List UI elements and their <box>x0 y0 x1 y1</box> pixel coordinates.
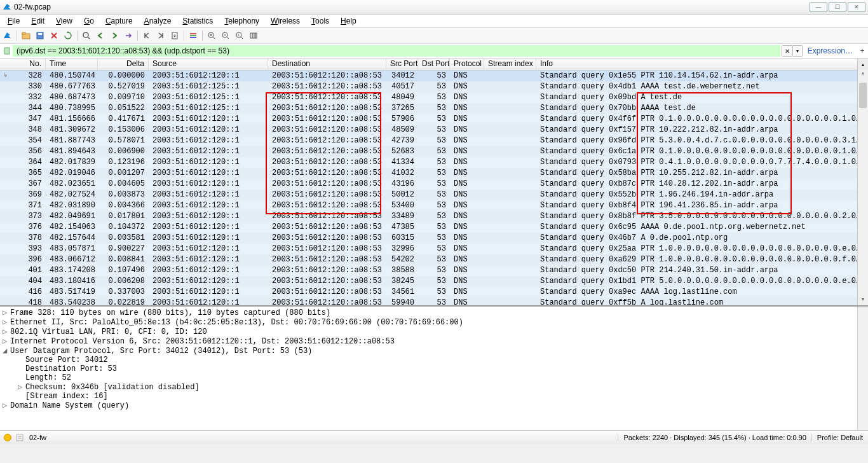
col-header-time[interactable]: Time <box>46 59 98 70</box>
col-header-dest[interactable]: Destination <box>268 59 386 70</box>
tree-node[interactable]: ▷802.1Q Virtual LAN, PRI: 0, CFI: 0, ID:… <box>3 327 865 336</box>
packet-row[interactable]: 378482.1576440.0035812003:51:6012:120::1… <box>0 233 868 244</box>
packet-row[interactable]: 328480.1507440.0000002003:51:6012:120::1… <box>0 71 868 81</box>
go-to-packet-icon[interactable] <box>122 29 135 42</box>
menu-help[interactable]: Help <box>336 16 362 26</box>
tree-node[interactable]: ▷Domain Name System (query) <box>3 401 865 410</box>
packet-row[interactable]: 369482.0275240.0038732003:51:6012:120::1… <box>0 190 868 200</box>
cell: 376 <box>0 222 46 233</box>
packet-row[interactable]: 365482.0190460.0012072003:51:6012:120::1… <box>0 168 868 179</box>
menu-go[interactable]: Go <box>79 16 99 26</box>
tree-node[interactable]: [Stream index: 16] <box>3 392 865 401</box>
menu-analyze[interactable]: Analyze <box>139 16 177 26</box>
add-filter-button[interactable]: + <box>858 46 867 55</box>
filter-history-dropdown[interactable]: ▾ <box>793 45 803 57</box>
cell: 53 <box>418 265 450 276</box>
zoom-reset-icon[interactable]: 1 <box>233 29 246 42</box>
tree-collapsed-icon[interactable]: ▷ <box>3 317 10 327</box>
scroll-down-arrow-icon[interactable]: ▾ <box>858 296 868 305</box>
tree-expanded-icon[interactable]: ◢ <box>3 346 10 356</box>
tree-collapsed-icon[interactable]: ▷ <box>3 401 10 410</box>
tree-collapsed-icon[interactable]: ▷ <box>18 382 25 392</box>
zoom-in-icon[interactable] <box>205 29 218 42</box>
go-forward-icon[interactable] <box>108 29 121 42</box>
packet-row[interactable]: 393483.0578710.9002272003:51:6012:120::1… <box>0 244 868 254</box>
col-header-info[interactable]: Info <box>536 59 868 70</box>
col-header-srcport[interactable]: Src Port <box>386 59 418 70</box>
tree-collapsed-icon[interactable]: ▷ <box>3 327 10 336</box>
scroll-up-arrow-icon[interactable]: ▴ <box>858 70 868 79</box>
packet-row[interactable]: 348481.3096720.1530062003:51:6012:120::1… <box>0 125 868 135</box>
go-last-icon[interactable] <box>154 29 167 42</box>
tree-node[interactable]: ◢User Datagram Protocol, Src Port: 34012… <box>3 346 865 356</box>
packet-row[interactable]: 332480.6874730.0097102003:51:6012:125::1… <box>0 92 868 103</box>
tree-node[interactable]: ▷Frame 328: 110 bytes on wire (880 bits)… <box>3 308 865 317</box>
packet-row[interactable]: 416483.5174190.3370032003:51:6012:120::1… <box>0 287 868 298</box>
tree-node[interactable]: ▷Checksum: 0x346b [validation disabled] <box>3 382 865 392</box>
col-header-source[interactable]: Source <box>149 59 268 70</box>
packet-row[interactable]: 347481.1566660.4176712003:51:6012:120::1… <box>0 114 868 125</box>
tree-collapsed-icon[interactable]: ▷ <box>3 308 10 317</box>
packet-row[interactable]: 367482.0236510.0046052003:51:6012:120::1… <box>0 179 868 190</box>
close-button[interactable]: ✕ <box>848 2 865 12</box>
menu-statistics[interactable]: Statistics <box>177 16 218 26</box>
expert-info-led-icon[interactable] <box>4 434 11 441</box>
packet-row[interactable]: 330480.6777630.5270192003:51:6012:125::1… <box>0 81 868 92</box>
cell: 2003:51:6012:120::a08:53 <box>268 298 386 307</box>
find-icon[interactable] <box>80 29 93 42</box>
maximize-button[interactable]: ☐ <box>829 2 846 12</box>
open-file-icon[interactable] <box>20 29 32 42</box>
tree-node[interactable]: ▷Internet Protocol Version 6, Src: 2003:… <box>3 336 865 346</box>
tree-collapsed-icon[interactable]: ▷ <box>3 336 10 346</box>
tree-node[interactable]: Source Port: 34012 <box>3 356 865 364</box>
packet-list-scrollbar[interactable]: ▴ ▾ <box>857 70 868 305</box>
menu-tools[interactable]: Tools <box>306 16 334 26</box>
close-file-icon[interactable] <box>48 29 60 42</box>
packet-row[interactable]: 364482.0178390.1231962003:51:6012:120::1… <box>0 157 868 168</box>
packet-row[interactable]: 373482.0496910.0178012003:51:6012:120::1… <box>0 211 868 222</box>
col-header-dstport[interactable]: Dst Port <box>418 59 450 70</box>
colorize-icon[interactable] <box>187 29 200 42</box>
packet-row[interactable]: 376482.1540630.1043722003:51:6012:120::1… <box>0 222 868 233</box>
menu-view[interactable]: View <box>51 16 78 26</box>
resize-columns-icon[interactable] <box>247 29 260 42</box>
go-first-icon[interactable] <box>140 29 153 42</box>
cell: 2003:51:6012:120::a08:53 <box>268 265 386 276</box>
scrollbar-thumb[interactable] <box>859 83 867 108</box>
packet-row[interactable]: 396483.0667120.0088412003:51:6012:120::1… <box>0 254 868 265</box>
col-header-no[interactable]: No. <box>0 59 46 70</box>
go-back-icon[interactable] <box>94 29 107 42</box>
reload-icon[interactable] <box>62 29 74 42</box>
tree-node[interactable]: ▷Ethernet II, Src: PaloAlto_05:8e:13 (b4… <box>3 317 865 327</box>
minimize-button[interactable]: — <box>810 2 827 12</box>
scroll-up-icon[interactable]: ▴ <box>857 59 868 70</box>
packet-row[interactable]: 354481.8877430.5780712003:51:6012:120::1… <box>0 135 868 146</box>
capture-file-properties-icon[interactable] <box>15 433 24 442</box>
packet-row[interactable]: 344480.7389950.0515222003:51:6012:125::1… <box>0 103 868 114</box>
col-header-proto[interactable]: Protocol <box>450 59 484 70</box>
packet-row[interactable]: 401483.1742080.1074962003:51:6012:120::1… <box>0 265 868 276</box>
menu-file[interactable]: File <box>3 16 25 26</box>
zoom-out-icon[interactable] <box>219 29 232 42</box>
display-filter-input[interactable] <box>13 45 780 57</box>
packet-row[interactable]: 371482.0318900.0043662003:51:6012:120::1… <box>0 200 868 211</box>
cell: 330 <box>0 81 46 92</box>
menu-edit[interactable]: Edit <box>26 16 50 26</box>
tree-node[interactable]: Destination Port: 53 <box>3 364 865 373</box>
details-scrollbar[interactable] <box>857 307 868 430</box>
save-icon[interactable] <box>34 29 46 42</box>
menu-telephony[interactable]: Telephony <box>219 16 264 26</box>
tree-node[interactable]: Length: 52 <box>3 373 865 382</box>
menu-wireless[interactable]: Wireless <box>266 16 305 26</box>
status-profile[interactable]: Profile: Default <box>811 434 868 441</box>
expression-button[interactable]: Expression… <box>803 46 858 55</box>
bookmark-filter-icon[interactable] <box>1 45 13 57</box>
clear-filter-button[interactable]: ✕ <box>782 45 793 57</box>
menu-capture[interactable]: Capture <box>100 16 138 26</box>
packet-row[interactable]: 418483.5402380.0228192003:51:6012:120::1… <box>0 298 868 307</box>
packet-row[interactable]: 404483.1804160.0062082003:51:6012:120::1… <box>0 276 868 287</box>
col-header-stream[interactable]: Stream index <box>484 59 536 70</box>
auto-scroll-icon[interactable] <box>168 29 181 42</box>
col-header-delta[interactable]: Delta <box>98 59 149 70</box>
packet-row[interactable]: 356481.8946430.0069002003:51:6012:120::1… <box>0 146 868 157</box>
